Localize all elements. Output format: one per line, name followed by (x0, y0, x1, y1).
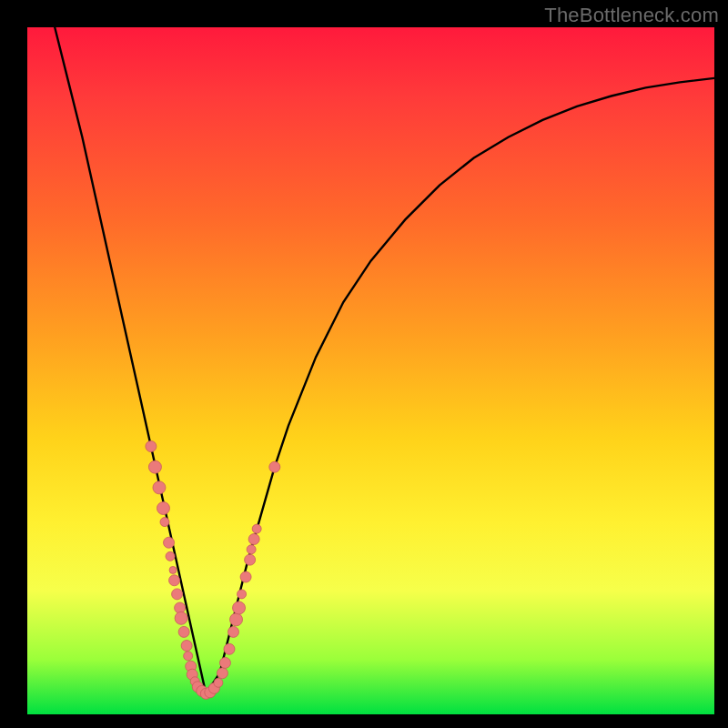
sample-dot (172, 589, 183, 600)
sample-dot (169, 566, 177, 573)
sample-dot (160, 518, 169, 527)
sample-dot (181, 641, 192, 652)
sample-dot (248, 533, 259, 544)
sample-dot (217, 668, 228, 679)
sample-dot (269, 461, 280, 472)
sample-dot (240, 571, 251, 582)
sample-dot (245, 554, 256, 565)
sample-dots (146, 441, 280, 700)
sample-dot (214, 678, 223, 687)
sample-dot (169, 575, 180, 586)
sample-dot (184, 652, 193, 661)
chart-svg (27, 27, 714, 714)
sample-dot (175, 612, 187, 624)
sample-dot (219, 657, 230, 668)
sample-dot (238, 590, 247, 599)
sample-dot (252, 524, 261, 533)
chart-frame: TheBottleneck.com (0, 0, 728, 728)
sample-dot (146, 441, 157, 452)
sample-dot (164, 537, 175, 548)
sample-dot (157, 502, 169, 515)
sample-dot (247, 545, 256, 554)
sample-dot (148, 460, 161, 473)
sample-dot (166, 551, 175, 561)
sample-dot (233, 602, 246, 614)
sample-dot (224, 643, 235, 654)
sample-dot (178, 626, 189, 637)
sample-dot (228, 626, 239, 637)
plot-area (27, 27, 714, 714)
sample-dot (230, 613, 243, 626)
watermark-text: TheBottleneck.com (544, 4, 719, 27)
sample-dot (153, 481, 166, 494)
bottleneck-curve (55, 27, 714, 693)
